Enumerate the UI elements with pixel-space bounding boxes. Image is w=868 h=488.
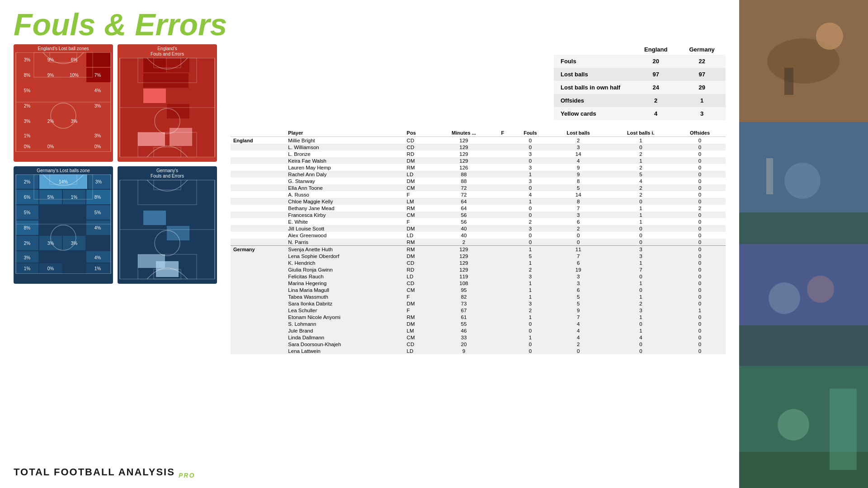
player-pos: DM xyxy=(404,300,434,307)
player-lb: 19 xyxy=(549,266,608,273)
player-pos: LD xyxy=(404,273,434,280)
player-pos: F xyxy=(404,218,434,225)
player-min: 72 xyxy=(434,191,494,198)
photo-3 xyxy=(739,244,868,366)
player-fouls: 0 xyxy=(511,239,549,246)
svg-rect-104 xyxy=(167,226,189,240)
player-lb: 4 xyxy=(549,320,608,327)
svg-text:4%: 4% xyxy=(94,88,101,93)
player-min: 88 xyxy=(434,178,494,184)
country-label xyxy=(231,347,285,354)
table-row: Keira Fae Walsh DM 129 0 4 1 0 xyxy=(231,157,726,164)
svg-text:9%: 9% xyxy=(47,57,54,62)
germany-lost-title: Germany's Lost balls zone xyxy=(15,168,111,174)
player-f xyxy=(494,307,511,314)
svg-text:0%: 0% xyxy=(47,144,54,149)
table-row: Tabea Wassmuth F 82 1 5 1 0 xyxy=(231,293,726,300)
summary-label: Lost balls xyxy=(554,68,633,81)
player-off: 0 xyxy=(674,157,726,164)
svg-point-124 xyxy=(769,282,800,314)
svg-text:9%: 9% xyxy=(47,73,54,78)
svg-text:8%: 8% xyxy=(24,225,31,230)
svg-text:4%: 4% xyxy=(94,225,101,230)
player-lb: 6 xyxy=(549,286,608,293)
player-off: 0 xyxy=(674,246,726,253)
player-pos: DM xyxy=(404,253,434,259)
player-off: 0 xyxy=(674,286,726,293)
player-fouls: 2 xyxy=(511,307,549,314)
player-fouls: 2 xyxy=(511,266,549,273)
player-name: Lena Lattwein xyxy=(285,347,404,354)
germany-lost-svg: 2% 14% 3% 6% 5% 1% 8% xyxy=(15,174,111,274)
col-player: Player xyxy=(285,129,404,137)
player-lb: 11 xyxy=(549,246,608,253)
player-fouls: 1 xyxy=(511,259,549,266)
player-lboh: 7 xyxy=(608,266,674,273)
player-pos: LD xyxy=(404,347,434,354)
player-lb: 5 xyxy=(549,184,608,191)
player-off: 0 xyxy=(674,347,726,354)
player-f xyxy=(494,191,511,198)
svg-text:5%: 5% xyxy=(24,88,31,93)
summary-england: 2 xyxy=(633,94,678,107)
player-lb: 4 xyxy=(549,334,608,341)
player-lb: 7 xyxy=(549,253,608,259)
country-label xyxy=(231,164,285,171)
player-name: Sara Ilonka Dabritz xyxy=(285,300,404,307)
player-f xyxy=(494,320,511,327)
player-name: Jule Brand xyxy=(285,327,404,334)
player-fouls: 0 xyxy=(511,347,549,354)
svg-text:1%: 1% xyxy=(71,195,78,200)
player-off: 0 xyxy=(674,320,726,327)
player-off: 0 xyxy=(674,198,726,205)
svg-text:5%: 5% xyxy=(47,195,54,200)
country-label xyxy=(231,150,285,157)
player-min: 73 xyxy=(434,300,494,307)
table-row: Sara Ilonka Dabritz DM 73 3 5 2 0 xyxy=(231,300,726,307)
col-minutes: Minutes ... xyxy=(434,129,494,137)
player-lb: 0 xyxy=(549,347,608,354)
player-name: S. Lohmann xyxy=(285,320,404,327)
svg-text:7%: 7% xyxy=(94,73,101,78)
player-pos: LM xyxy=(404,327,434,334)
player-pos: DM xyxy=(404,225,434,232)
player-off: 0 xyxy=(674,253,726,259)
country-label xyxy=(231,253,285,259)
svg-text:3%: 3% xyxy=(94,133,101,138)
table-row: Giulia Ronja Gwinn RD 129 2 19 7 0 xyxy=(231,266,726,273)
table-row: Felicitas Rauch LD 119 3 3 0 0 xyxy=(231,273,726,280)
table-row: Alex Greenwood LD 40 0 0 0 0 xyxy=(231,232,726,239)
player-fouls: 0 xyxy=(511,144,549,150)
player-pos: CD xyxy=(404,341,434,347)
player-table-wrapper[interactable]: Player Pos Minutes ... F Fouls Lost ball… xyxy=(231,129,726,479)
svg-rect-121 xyxy=(766,158,773,194)
player-off: 1 xyxy=(674,307,726,314)
player-lboh: 3 xyxy=(608,246,674,253)
player-lboh: 2 xyxy=(608,164,674,171)
player-lb: 2 xyxy=(549,341,608,347)
country-label xyxy=(231,205,285,211)
player-off: 0 xyxy=(674,150,726,157)
svg-text:0%: 0% xyxy=(47,266,54,271)
player-f xyxy=(494,286,511,293)
player-min: 119 xyxy=(434,273,494,280)
summary-england: 97 xyxy=(633,68,678,81)
player-lboh: 0 xyxy=(608,320,674,327)
player-f xyxy=(494,259,511,266)
country-label xyxy=(231,266,285,273)
photo-1-svg xyxy=(739,0,868,122)
player-fouls: 0 xyxy=(511,327,549,334)
stats-section: England Germany Fouls 20 22 Lost balls 9… xyxy=(231,44,726,479)
player-pos: RM xyxy=(404,205,434,211)
player-lb: 6 xyxy=(549,218,608,225)
player-fouls: 3 xyxy=(511,225,549,232)
svg-text:8%: 8% xyxy=(94,195,101,200)
player-f xyxy=(494,184,511,191)
svg-text:0%: 0% xyxy=(24,144,31,149)
player-lboh: 0 xyxy=(608,239,674,246)
player-name: Chloe Maggie Kelly xyxy=(285,198,404,205)
player-name: Alex Greenwood xyxy=(285,232,404,239)
player-min: 129 xyxy=(434,144,494,150)
table-row: Jill Louise Scott DM 40 3 2 0 0 xyxy=(231,225,726,232)
svg-text:3%: 3% xyxy=(94,103,101,108)
